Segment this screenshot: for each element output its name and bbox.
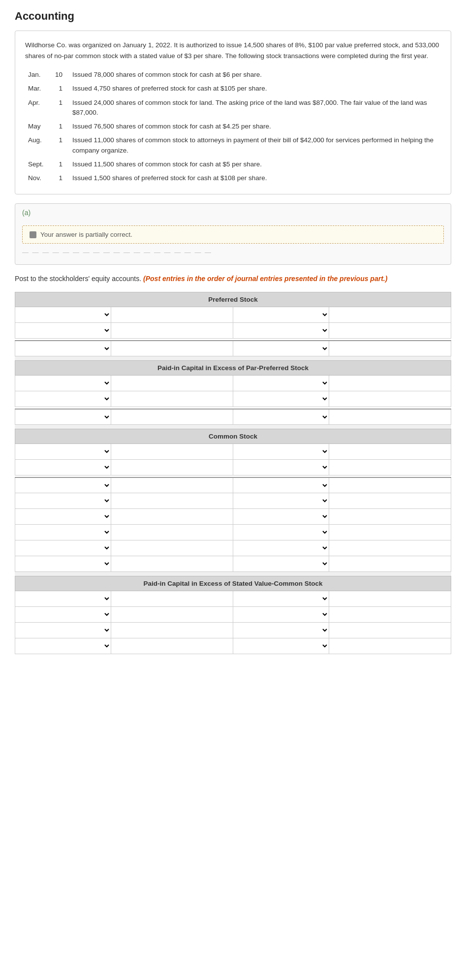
- cs-select-4b[interactable]: [233, 493, 329, 508]
- pip-input-3a[interactable]: [111, 410, 233, 425]
- cs-select-8a[interactable]: [15, 556, 111, 571]
- cs-row-8: [15, 556, 451, 572]
- pic-input-2b[interactable]: [329, 607, 451, 622]
- pic-select-2a[interactable]: [15, 607, 111, 622]
- cs-row-1: [15, 444, 451, 460]
- pip-row-1: [15, 376, 451, 391]
- paid-in-preferred-table: Paid-in Capital in Excess of Par-Preferr…: [15, 360, 451, 425]
- transaction-row: Sept. 1 Issued 11,500 shares of common s…: [25, 158, 441, 171]
- ps-select-1a[interactable]: [15, 307, 111, 322]
- transaction-description: Issued 76,500 shares of common stock for…: [69, 120, 441, 133]
- cs-input-6b[interactable]: [329, 525, 451, 540]
- pic-select-3a[interactable]: [15, 623, 111, 638]
- cs-input-3b[interactable]: [329, 478, 451, 493]
- cs-input-4b[interactable]: [329, 493, 451, 508]
- paid-in-common-table: Paid-in Capital in Excess of Stated Valu…: [15, 576, 451, 654]
- cs-input-5b[interactable]: [329, 509, 451, 524]
- transaction-description: Issued 1,500 shares of preferred stock f…: [69, 171, 441, 185]
- pip-input-3b[interactable]: [329, 410, 451, 425]
- ps-input-2b[interactable]: [329, 323, 451, 338]
- pic-input-4a[interactable]: [111, 638, 233, 654]
- pip-select-3b[interactable]: [233, 410, 329, 425]
- pic-input-2a[interactable]: [111, 607, 233, 622]
- cs-select-2b[interactable]: [233, 460, 329, 475]
- cs-select-3b[interactable]: [233, 478, 329, 493]
- transaction-row: Nov. 1 Issued 1,500 shares of preferred …: [25, 171, 441, 185]
- cs-row-4: [15, 493, 451, 509]
- pic-input-1a[interactable]: [111, 591, 233, 606]
- cs-select-1b[interactable]: [233, 444, 329, 459]
- pip-select-1b[interactable]: [233, 376, 329, 391]
- cs-select-7a[interactable]: [15, 540, 111, 556]
- cs-row-5: [15, 509, 451, 525]
- pic-select-3b[interactable]: [233, 623, 329, 638]
- cs-select-6a[interactable]: [15, 525, 111, 540]
- section-a-header: (a): [15, 204, 451, 221]
- pip-select-2a[interactable]: [15, 391, 111, 407]
- pic-input-3a[interactable]: [111, 623, 233, 638]
- pic-select-1b[interactable]: [233, 591, 329, 606]
- transaction-month: Mar.: [25, 82, 52, 95]
- ps-select-1b[interactable]: [233, 307, 329, 322]
- cs-input-7b[interactable]: [329, 540, 451, 556]
- cs-select-6b[interactable]: [233, 525, 329, 540]
- pic-select-2b[interactable]: [233, 607, 329, 622]
- cs-select-3a[interactable]: [15, 478, 111, 493]
- cs-select-1a[interactable]: [15, 444, 111, 459]
- ps-select-2a[interactable]: [15, 323, 111, 338]
- transaction-day: 1: [52, 158, 69, 171]
- ps-select-3b[interactable]: [233, 341, 329, 356]
- common-stock-header: Common Stock: [15, 429, 451, 444]
- ps-input-1b[interactable]: [329, 307, 451, 322]
- cs-input-5a[interactable]: [111, 509, 233, 524]
- transaction-day: 1: [52, 171, 69, 185]
- preferred-stock-table: Preferred Stock: [15, 292, 451, 356]
- cs-select-5b[interactable]: [233, 509, 329, 524]
- transaction-day: 1: [52, 96, 69, 120]
- blurred-text: — — — — — — — — — — — — — — — — — — —: [22, 249, 444, 258]
- preferred-stock-row-2: [15, 323, 451, 339]
- pip-input-1b[interactable]: [329, 376, 451, 391]
- pic-select-1a[interactable]: [15, 591, 111, 606]
- section-a-box: (a) Your answer is partially correct. — …: [15, 203, 451, 265]
- preferred-stock-row-1: [15, 307, 451, 323]
- pip-input-2b[interactable]: [329, 391, 451, 407]
- ps-input-2a[interactable]: [111, 323, 233, 338]
- transaction-month: Jan.: [25, 68, 52, 82]
- cs-input-1b[interactable]: [329, 444, 451, 459]
- cs-select-2a[interactable]: [15, 460, 111, 475]
- cs-select-7b[interactable]: [233, 540, 329, 556]
- pic-input-1b[interactable]: [329, 591, 451, 606]
- cs-select-5a[interactable]: [15, 509, 111, 524]
- pip-select-3a[interactable]: [15, 410, 111, 425]
- cs-input-8a[interactable]: [111, 556, 233, 571]
- ps-input-3b[interactable]: [329, 341, 451, 356]
- ps-select-2b[interactable]: [233, 323, 329, 338]
- pic-input-4b[interactable]: [329, 638, 451, 654]
- cs-input-2a[interactable]: [111, 460, 233, 475]
- cs-input-8b[interactable]: [329, 556, 451, 571]
- pic-input-3b[interactable]: [329, 623, 451, 638]
- cs-select-8b[interactable]: [233, 556, 329, 571]
- cs-input-7a[interactable]: [111, 540, 233, 556]
- cs-input-4a[interactable]: [111, 493, 233, 508]
- pip-select-1a[interactable]: [15, 376, 111, 391]
- pic-row-3: [15, 623, 451, 638]
- pip-input-1a[interactable]: [111, 376, 233, 391]
- cs-input-2b[interactable]: [329, 460, 451, 475]
- pic-select-4a[interactable]: [15, 638, 111, 654]
- pic-select-4b[interactable]: [233, 638, 329, 654]
- pip-select-2b[interactable]: [233, 391, 329, 407]
- preferred-stock-header: Preferred Stock: [15, 292, 451, 307]
- pip-input-2a[interactable]: [111, 391, 233, 407]
- transaction-table: Jan. 10 Issued 78,000 shares of common s…: [25, 68, 441, 185]
- cs-select-4a[interactable]: [15, 493, 111, 508]
- cs-input-6a[interactable]: [111, 525, 233, 540]
- ps-input-1a[interactable]: [111, 307, 233, 322]
- cs-input-3a[interactable]: [111, 478, 233, 493]
- transaction-month: Nov.: [25, 171, 52, 185]
- ps-input-3a[interactable]: [111, 341, 233, 356]
- ledger-section: Preferred Stock: [15, 292, 451, 654]
- ps-select-3a[interactable]: [15, 341, 111, 356]
- cs-input-1a[interactable]: [111, 444, 233, 459]
